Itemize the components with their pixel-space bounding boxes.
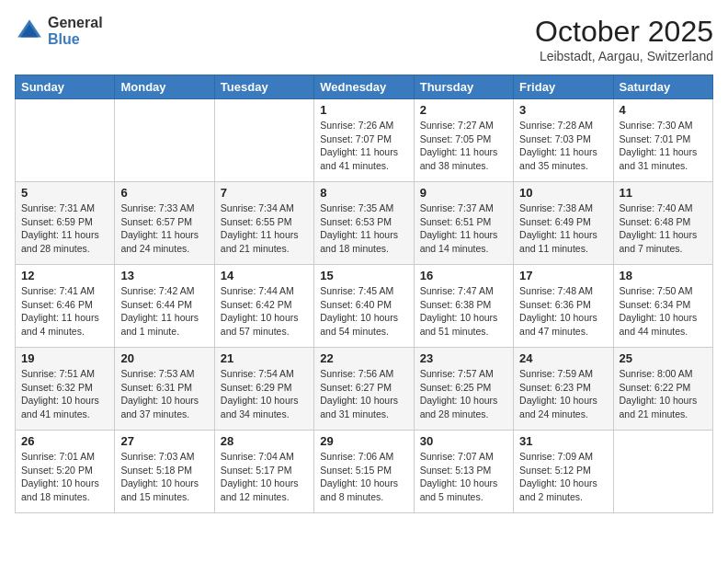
- day-of-week-header: Sunday: [16, 75, 115, 99]
- day-number: 18: [620, 269, 707, 282]
- day-info: Sunrise: 7:26 AM Sunset: 7:07 PM Dayligh…: [320, 119, 407, 173]
- calendar-cell: 22Sunrise: 7:56 AM Sunset: 6:27 PM Dayli…: [314, 348, 414, 431]
- day-info: Sunrise: 7:27 AM Sunset: 7:05 PM Dayligh…: [420, 119, 507, 173]
- calendar-cell: 30Sunrise: 7:07 AM Sunset: 5:13 PM Dayli…: [414, 431, 513, 513]
- day-of-week-header: Saturday: [613, 75, 712, 99]
- calendar-cell: 3Sunrise: 7:28 AM Sunset: 7:03 PM Daylig…: [514, 99, 613, 182]
- calendar-cell: 10Sunrise: 7:38 AM Sunset: 6:49 PM Dayli…: [514, 182, 613, 265]
- calendar-cell: 28Sunrise: 7:04 AM Sunset: 5:17 PM Dayli…: [214, 431, 313, 513]
- calendar-cell: 7Sunrise: 7:34 AM Sunset: 6:55 PM Daylig…: [214, 182, 313, 265]
- day-number: 26: [21, 434, 108, 448]
- calendar-cell: [613, 431, 712, 513]
- calendar-week-row: 12Sunrise: 7:41 AM Sunset: 6:46 PM Dayli…: [16, 265, 713, 348]
- calendar-cell: 20Sunrise: 7:53 AM Sunset: 6:31 PM Dayli…: [115, 348, 214, 431]
- calendar-header-row: SundayMondayTuesdayWednesdayThursdayFrid…: [16, 75, 713, 99]
- location: Leibstadt, Aargau, Switzerland: [535, 49, 713, 63]
- calendar-cell: 9Sunrise: 7:37 AM Sunset: 6:51 PM Daylig…: [414, 182, 513, 265]
- logo-blue-text: Blue: [48, 31, 103, 48]
- day-info: Sunrise: 7:50 AM Sunset: 6:34 PM Dayligh…: [620, 284, 707, 339]
- calendar-cell: 5Sunrise: 7:31 AM Sunset: 6:59 PM Daylig…: [16, 182, 115, 265]
- day-of-week-header: Wednesday: [314, 75, 414, 99]
- day-number: 28: [221, 434, 308, 448]
- calendar-week-row: 26Sunrise: 7:01 AM Sunset: 5:20 PM Dayli…: [16, 431, 713, 513]
- day-number: 15: [320, 269, 407, 282]
- day-info: Sunrise: 7:28 AM Sunset: 7:03 PM Dayligh…: [519, 119, 607, 173]
- calendar-cell: 25Sunrise: 8:00 AM Sunset: 6:22 PM Dayli…: [613, 348, 712, 431]
- day-number: 22: [320, 351, 407, 365]
- calendar-cell: [115, 99, 214, 182]
- day-number: 27: [120, 434, 208, 448]
- calendar-cell: 16Sunrise: 7:47 AM Sunset: 6:38 PM Dayli…: [414, 265, 513, 348]
- day-info: Sunrise: 7:34 AM Sunset: 6:55 PM Dayligh…: [221, 201, 308, 256]
- day-info: Sunrise: 7:51 AM Sunset: 6:32 PM Dayligh…: [21, 367, 108, 421]
- logo-icon: [15, 17, 44, 46]
- logo: General Blue: [15, 15, 103, 47]
- day-info: Sunrise: 7:40 AM Sunset: 6:48 PM Dayligh…: [620, 201, 707, 256]
- day-number: 30: [420, 434, 507, 448]
- day-number: 16: [420, 269, 507, 282]
- logo-text: General Blue: [48, 15, 103, 47]
- calendar-cell: 4Sunrise: 7:30 AM Sunset: 7:01 PM Daylig…: [613, 99, 712, 182]
- calendar-cell: 11Sunrise: 7:40 AM Sunset: 6:48 PM Dayli…: [613, 182, 712, 265]
- calendar-table: SundayMondayTuesdayWednesdayThursdayFrid…: [15, 75, 713, 513]
- day-number: 4: [620, 103, 707, 117]
- day-number: 29: [320, 434, 407, 448]
- day-info: Sunrise: 7:53 AM Sunset: 6:31 PM Dayligh…: [120, 367, 208, 421]
- day-info: Sunrise: 7:44 AM Sunset: 6:42 PM Dayligh…: [221, 284, 308, 339]
- day-info: Sunrise: 7:41 AM Sunset: 6:46 PM Dayligh…: [21, 284, 108, 339]
- day-info: Sunrise: 7:35 AM Sunset: 6:53 PM Dayligh…: [320, 201, 407, 256]
- day-number: 19: [21, 351, 108, 365]
- calendar-cell: 1Sunrise: 7:26 AM Sunset: 7:07 PM Daylig…: [314, 99, 414, 182]
- calendar-cell: 2Sunrise: 7:27 AM Sunset: 7:05 PM Daylig…: [414, 99, 513, 182]
- day-number: 2: [420, 103, 507, 117]
- day-info: Sunrise: 7:01 AM Sunset: 5:20 PM Dayligh…: [21, 450, 108, 504]
- day-info: Sunrise: 7:54 AM Sunset: 6:29 PM Dayligh…: [221, 367, 308, 421]
- day-of-week-header: Thursday: [414, 75, 513, 99]
- day-info: Sunrise: 8:00 AM Sunset: 6:22 PM Dayligh…: [620, 367, 707, 421]
- day-info: Sunrise: 7:59 AM Sunset: 6:23 PM Dayligh…: [519, 367, 607, 421]
- day-info: Sunrise: 7:04 AM Sunset: 5:17 PM Dayligh…: [221, 450, 308, 504]
- day-info: Sunrise: 7:31 AM Sunset: 6:59 PM Dayligh…: [21, 201, 108, 256]
- calendar-cell: 8Sunrise: 7:35 AM Sunset: 6:53 PM Daylig…: [314, 182, 414, 265]
- calendar-cell: 26Sunrise: 7:01 AM Sunset: 5:20 PM Dayli…: [16, 431, 115, 513]
- day-number: 11: [620, 186, 707, 200]
- day-info: Sunrise: 7:06 AM Sunset: 5:15 PM Dayligh…: [320, 450, 407, 504]
- calendar-cell: 6Sunrise: 7:33 AM Sunset: 6:57 PM Daylig…: [115, 182, 214, 265]
- page-header: General Blue October 2025 Leibstadt, Aar…: [15, 15, 713, 63]
- calendar-cell: [214, 99, 313, 182]
- calendar-cell: 23Sunrise: 7:57 AM Sunset: 6:25 PM Dayli…: [414, 348, 513, 431]
- calendar-week-row: 19Sunrise: 7:51 AM Sunset: 6:32 PM Dayli…: [16, 348, 713, 431]
- day-number: 7: [221, 186, 308, 200]
- day-info: Sunrise: 7:42 AM Sunset: 6:44 PM Dayligh…: [120, 284, 208, 339]
- calendar-cell: 14Sunrise: 7:44 AM Sunset: 6:42 PM Dayli…: [214, 265, 313, 348]
- day-number: 20: [120, 351, 208, 365]
- day-info: Sunrise: 7:38 AM Sunset: 6:49 PM Dayligh…: [519, 201, 607, 256]
- calendar-cell: 19Sunrise: 7:51 AM Sunset: 6:32 PM Dayli…: [16, 348, 115, 431]
- day-info: Sunrise: 7:47 AM Sunset: 6:38 PM Dayligh…: [420, 284, 507, 339]
- calendar-cell: 24Sunrise: 7:59 AM Sunset: 6:23 PM Dayli…: [514, 348, 613, 431]
- calendar-cell: 29Sunrise: 7:06 AM Sunset: 5:15 PM Dayli…: [314, 431, 414, 513]
- calendar-cell: [16, 99, 115, 182]
- day-number: 31: [519, 434, 607, 448]
- day-number: 9: [420, 186, 507, 200]
- day-number: 14: [221, 269, 308, 282]
- calendar-cell: 27Sunrise: 7:03 AM Sunset: 5:18 PM Dayli…: [115, 431, 214, 513]
- calendar-cell: 12Sunrise: 7:41 AM Sunset: 6:46 PM Dayli…: [16, 265, 115, 348]
- day-number: 13: [120, 269, 208, 282]
- calendar-cell: 15Sunrise: 7:45 AM Sunset: 6:40 PM Dayli…: [314, 265, 414, 348]
- day-number: 8: [320, 186, 407, 200]
- day-number: 3: [519, 103, 607, 117]
- day-of-week-header: Monday: [115, 75, 214, 99]
- day-number: 5: [21, 186, 108, 200]
- day-number: 6: [120, 186, 208, 200]
- day-number: 12: [21, 269, 108, 282]
- day-number: 10: [519, 186, 607, 200]
- day-of-week-header: Friday: [514, 75, 613, 99]
- calendar-cell: 21Sunrise: 7:54 AM Sunset: 6:29 PM Dayli…: [214, 348, 313, 431]
- day-info: Sunrise: 7:07 AM Sunset: 5:13 PM Dayligh…: [420, 450, 507, 504]
- day-number: 17: [519, 269, 607, 282]
- calendar-cell: 13Sunrise: 7:42 AM Sunset: 6:44 PM Dayli…: [115, 265, 214, 348]
- day-number: 23: [420, 351, 507, 365]
- title-area: October 2025 Leibstadt, Aargau, Switzerl…: [535, 15, 713, 63]
- day-number: 25: [620, 351, 707, 365]
